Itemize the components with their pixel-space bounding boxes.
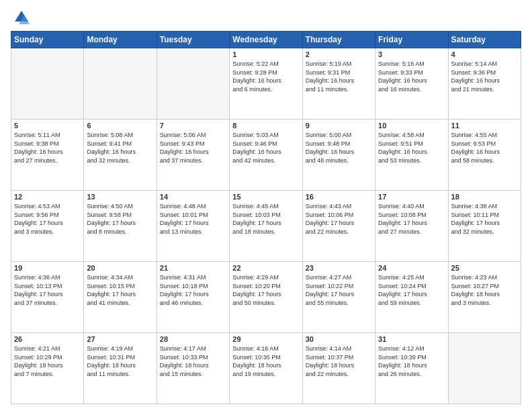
- day-number: 28: [160, 335, 226, 343]
- weekday-friday: Friday: [375, 32, 448, 48]
- day-cell: 4Sunrise: 5:14 AM Sunset: 9:36 PM Daylig…: [448, 48, 521, 120]
- day-number: 20: [87, 264, 153, 272]
- logo: [11, 8, 31, 27]
- day-cell: [157, 48, 229, 120]
- day-number: 16: [306, 193, 372, 201]
- week-row-3: 12Sunrise: 4:53 AM Sunset: 9:56 PM Dayli…: [11, 191, 521, 262]
- day-info: Sunrise: 4:12 AM Sunset: 10:39 PM Daylig…: [378, 345, 445, 378]
- day-cell: [11, 48, 84, 120]
- day-cell: 31Sunrise: 4:12 AM Sunset: 10:39 PM Dayl…: [375, 333, 448, 404]
- day-cell: 12Sunrise: 4:53 AM Sunset: 9:56 PM Dayli…: [11, 191, 84, 262]
- day-cell: 23Sunrise: 4:27 AM Sunset: 10:22 PM Dayl…: [302, 262, 375, 333]
- day-info: Sunrise: 4:55 AM Sunset: 9:53 PM Dayligh…: [451, 131, 518, 165]
- weekday-wednesday: Wednesday: [230, 32, 302, 48]
- weekday-thursday: Thursday: [302, 32, 375, 48]
- day-info: Sunrise: 4:31 AM Sunset: 10:18 PM Daylig…: [160, 273, 226, 307]
- day-cell: 27Sunrise: 4:19 AM Sunset: 10:31 PM Dayl…: [84, 333, 157, 404]
- day-cell: 10Sunrise: 4:58 AM Sunset: 9:51 PM Dayli…: [375, 120, 448, 191]
- day-number: 22: [232, 264, 299, 272]
- day-info: Sunrise: 5:06 AM Sunset: 9:43 PM Dayligh…: [160, 131, 226, 165]
- weekday-monday: Monday: [84, 32, 157, 48]
- day-cell: 1Sunrise: 5:22 AM Sunset: 9:28 PM Daylig…: [230, 48, 302, 120]
- day-cell: 5Sunrise: 5:11 AM Sunset: 9:38 PM Daylig…: [11, 120, 84, 191]
- day-cell: 22Sunrise: 4:29 AM Sunset: 10:20 PM Dayl…: [230, 262, 302, 333]
- day-cell: 15Sunrise: 4:45 AM Sunset: 10:03 PM Dayl…: [230, 191, 302, 262]
- day-number: 4: [451, 50, 518, 58]
- day-info: Sunrise: 4:43 AM Sunset: 10:06 PM Daylig…: [306, 202, 372, 236]
- day-info: Sunrise: 4:14 AM Sunset: 10:37 PM Daylig…: [306, 345, 372, 378]
- day-info: Sunrise: 4:25 AM Sunset: 10:24 PM Daylig…: [378, 273, 445, 307]
- day-number: 19: [14, 264, 81, 272]
- day-cell: 16Sunrise: 4:43 AM Sunset: 10:06 PM Dayl…: [302, 191, 375, 262]
- day-cell: 18Sunrise: 4:38 AM Sunset: 10:11 PM Dayl…: [448, 191, 521, 262]
- day-cell: 13Sunrise: 4:50 AM Sunset: 9:58 PM Dayli…: [84, 191, 157, 262]
- day-cell: 19Sunrise: 4:36 AM Sunset: 10:13 PM Dayl…: [11, 262, 84, 333]
- week-row-2: 5Sunrise: 5:11 AM Sunset: 9:38 PM Daylig…: [11, 120, 521, 191]
- day-info: Sunrise: 4:21 AM Sunset: 10:29 PM Daylig…: [14, 345, 81, 378]
- header: [11, 8, 521, 27]
- day-info: Sunrise: 4:48 AM Sunset: 10:01 PM Daylig…: [160, 202, 226, 236]
- day-number: 25: [451, 264, 518, 272]
- day-number: 1: [232, 50, 299, 58]
- page: SundayMondayTuesdayWednesdayThursdayFrid…: [0, 0, 532, 411]
- day-cell: 24Sunrise: 4:25 AM Sunset: 10:24 PM Dayl…: [375, 262, 448, 333]
- day-info: Sunrise: 5:22 AM Sunset: 9:28 PM Dayligh…: [232, 60, 299, 93]
- day-cell: 17Sunrise: 4:40 AM Sunset: 10:08 PM Dayl…: [375, 191, 448, 262]
- day-info: Sunrise: 4:27 AM Sunset: 10:22 PM Daylig…: [306, 273, 372, 307]
- day-info: Sunrise: 5:03 AM Sunset: 9:46 PM Dayligh…: [232, 131, 299, 165]
- day-number: 11: [451, 122, 518, 130]
- day-info: Sunrise: 4:23 AM Sunset: 10:27 PM Daylig…: [451, 273, 518, 307]
- day-number: 17: [378, 193, 445, 201]
- day-cell: 28Sunrise: 4:17 AM Sunset: 10:33 PM Dayl…: [157, 333, 229, 404]
- day-info: Sunrise: 4:38 AM Sunset: 10:11 PM Daylig…: [451, 202, 518, 236]
- day-cell: 11Sunrise: 4:55 AM Sunset: 9:53 PM Dayli…: [448, 120, 521, 191]
- logo-icon: [11, 8, 30, 27]
- day-info: Sunrise: 4:40 AM Sunset: 10:08 PM Daylig…: [378, 202, 445, 236]
- day-cell: 7Sunrise: 5:06 AM Sunset: 9:43 PM Daylig…: [157, 120, 229, 191]
- weekday-sunday: Sunday: [11, 32, 84, 48]
- day-number: 13: [87, 193, 153, 201]
- day-cell: 8Sunrise: 5:03 AM Sunset: 9:46 PM Daylig…: [230, 120, 302, 191]
- day-number: 21: [160, 264, 226, 272]
- day-number: 18: [451, 193, 518, 201]
- day-cell: 26Sunrise: 4:21 AM Sunset: 10:29 PM Dayl…: [11, 333, 84, 404]
- day-cell: 21Sunrise: 4:31 AM Sunset: 10:18 PM Dayl…: [157, 262, 229, 333]
- day-info: Sunrise: 5:00 AM Sunset: 9:48 PM Dayligh…: [306, 131, 372, 165]
- day-cell: 6Sunrise: 5:08 AM Sunset: 9:41 PM Daylig…: [84, 120, 157, 191]
- day-number: 24: [378, 264, 445, 272]
- day-info: Sunrise: 5:19 AM Sunset: 9:31 PM Dayligh…: [306, 60, 372, 93]
- day-cell: 25Sunrise: 4:23 AM Sunset: 10:27 PM Dayl…: [448, 262, 521, 333]
- weekday-header-row: SundayMondayTuesdayWednesdayThursdayFrid…: [11, 32, 521, 48]
- day-cell: 29Sunrise: 4:16 AM Sunset: 10:35 PM Dayl…: [230, 333, 302, 404]
- day-cell: 30Sunrise: 4:14 AM Sunset: 10:37 PM Dayl…: [302, 333, 375, 404]
- day-cell: 9Sunrise: 5:00 AM Sunset: 9:48 PM Daylig…: [302, 120, 375, 191]
- day-number: 26: [14, 335, 81, 343]
- week-row-4: 19Sunrise: 4:36 AM Sunset: 10:13 PM Dayl…: [11, 262, 521, 333]
- day-number: 14: [160, 193, 226, 201]
- day-number: 23: [306, 264, 372, 272]
- day-number: 30: [306, 335, 372, 343]
- day-cell: [84, 48, 157, 120]
- day-number: 29: [232, 335, 299, 343]
- day-number: 3: [378, 50, 445, 58]
- day-info: Sunrise: 4:19 AM Sunset: 10:31 PM Daylig…: [87, 345, 153, 378]
- day-info: Sunrise: 5:08 AM Sunset: 9:41 PM Dayligh…: [87, 131, 153, 165]
- day-cell: [448, 333, 521, 404]
- day-info: Sunrise: 4:16 AM Sunset: 10:35 PM Daylig…: [232, 345, 299, 378]
- day-number: 10: [378, 122, 445, 130]
- day-info: Sunrise: 5:11 AM Sunset: 9:38 PM Dayligh…: [14, 131, 81, 165]
- day-cell: 14Sunrise: 4:48 AM Sunset: 10:01 PM Dayl…: [157, 191, 229, 262]
- day-number: 5: [14, 122, 81, 130]
- day-number: 6: [87, 122, 153, 130]
- day-info: Sunrise: 5:14 AM Sunset: 9:36 PM Dayligh…: [451, 60, 518, 93]
- day-cell: 3Sunrise: 5:16 AM Sunset: 9:33 PM Daylig…: [375, 48, 448, 120]
- day-number: 15: [232, 193, 299, 201]
- calendar-table: SundayMondayTuesdayWednesdayThursdayFrid…: [11, 31, 521, 404]
- day-cell: 2Sunrise: 5:19 AM Sunset: 9:31 PM Daylig…: [302, 48, 375, 120]
- weekday-tuesday: Tuesday: [157, 32, 229, 48]
- day-number: 31: [378, 335, 445, 343]
- day-info: Sunrise: 4:45 AM Sunset: 10:03 PM Daylig…: [232, 202, 299, 236]
- day-info: Sunrise: 4:17 AM Sunset: 10:33 PM Daylig…: [160, 345, 226, 378]
- day-number: 7: [160, 122, 226, 130]
- week-row-1: 1Sunrise: 5:22 AM Sunset: 9:28 PM Daylig…: [11, 48, 521, 120]
